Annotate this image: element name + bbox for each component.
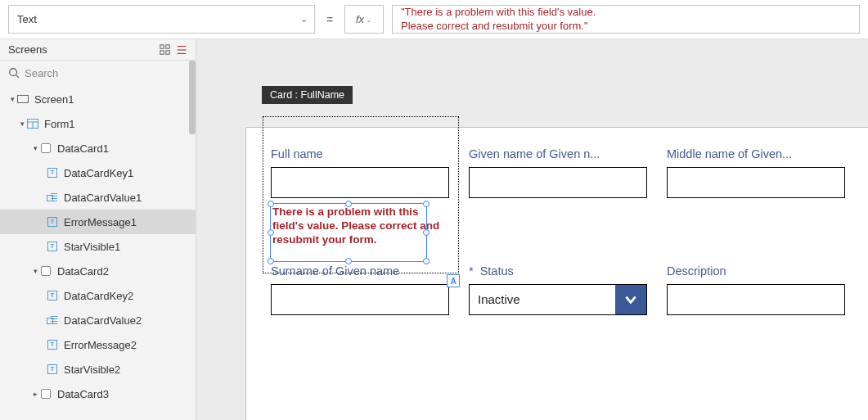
tree-item-datacardvalue1[interactable]: DataCardValue1 bbox=[0, 185, 196, 210]
label-status: *Status bbox=[469, 264, 647, 278]
search-icon bbox=[8, 67, 20, 79]
label-surname: Surname of Given name bbox=[271, 264, 449, 278]
datacard-given[interactable]: Given name of Given n... bbox=[469, 147, 647, 248]
dropdown-button[interactable] bbox=[615, 285, 646, 314]
datacard-middle[interactable]: Middle name of Given... bbox=[667, 147, 845, 248]
tree-view: ▾Screen1 ▾Form1 ▾DataCard1 TDataCardKey1… bbox=[0, 85, 196, 420]
input-given[interactable] bbox=[469, 167, 647, 198]
select-status[interactable]: Inactive bbox=[469, 284, 647, 315]
label-middle: Middle name of Given... bbox=[667, 147, 845, 160]
accessibility-badge[interactable]: A bbox=[447, 274, 460, 287]
fx-label: fx bbox=[356, 13, 364, 25]
tree-item-datacardkey1[interactable]: TDataCardKey1 bbox=[0, 160, 196, 185]
status-value: Inactive bbox=[470, 292, 615, 306]
tree-item-datacard3[interactable]: ▸DataCard3 bbox=[0, 382, 196, 406]
panel-title: Screens bbox=[8, 43, 47, 56]
formula-bar: Text ⌄ = fx ⌄ "There is a problem with t… bbox=[0, 0, 868, 39]
chevron-down-icon: ⌄ bbox=[366, 16, 372, 24]
text-icon: T bbox=[47, 364, 57, 374]
svg-rect-2 bbox=[160, 50, 164, 53]
label-fullname: Full name bbox=[271, 147, 449, 160]
property-dropdown[interactable]: Text ⌄ bbox=[8, 5, 315, 34]
tree-item-starvisible1[interactable]: TStarVisible1 bbox=[0, 234, 196, 259]
artboard[interactable]: Full name There is a problem with this f… bbox=[245, 127, 868, 420]
required-star: * bbox=[469, 264, 474, 278]
input-fullname[interactable] bbox=[271, 167, 449, 198]
text-icon: T bbox=[47, 291, 57, 300]
formula-text: "There is a problem with this field's va… bbox=[401, 6, 596, 34]
property-name: Text bbox=[17, 13, 37, 25]
search-placeholder: Search bbox=[25, 67, 58, 79]
datacard-fullname[interactable]: Full name There is a problem with this f… bbox=[271, 147, 449, 248]
tree-item-errormessage1[interactable]: TErrorMessage1 bbox=[0, 210, 196, 234]
value-icon bbox=[47, 316, 58, 324]
grid-view-icon[interactable] bbox=[160, 44, 171, 56]
form1: Full name There is a problem with this f… bbox=[246, 128, 868, 335]
tree-item-screen1[interactable]: ▾Screen1 bbox=[0, 87, 196, 111]
input-surname[interactable] bbox=[271, 284, 449, 315]
formula-input[interactable]: "There is a problem with this field's va… bbox=[392, 5, 860, 34]
card-icon bbox=[41, 266, 51, 276]
chevron-down-icon: ⌄ bbox=[300, 14, 308, 25]
screen-icon bbox=[17, 95, 29, 103]
screens-panel: Screens Search ▾Screen1 ▾Form1 ▾DataCard… bbox=[0, 39, 196, 420]
svg-point-7 bbox=[10, 69, 17, 76]
text-icon: T bbox=[47, 217, 57, 227]
svg-rect-0 bbox=[160, 44, 164, 47]
form-icon bbox=[26, 117, 39, 130]
scrollbar[interactable] bbox=[189, 61, 196, 134]
search-input[interactable]: Search bbox=[0, 61, 196, 85]
tree-item-datacardkey2[interactable]: TDataCardKey2 bbox=[0, 283, 196, 308]
tree-item-starvisible2[interactable]: TStarVisible2 bbox=[0, 357, 196, 382]
fx-button[interactable]: fx ⌄ bbox=[344, 5, 384, 34]
label-description: Description bbox=[667, 264, 845, 278]
panel-header: Screens bbox=[0, 39, 196, 61]
card-icon bbox=[41, 143, 51, 153]
svg-line-8 bbox=[16, 75, 20, 79]
tree-item-datacard1[interactable]: ▾DataCard1 bbox=[0, 136, 196, 160]
equals-sign: = bbox=[323, 5, 336, 34]
datacard-description[interactable]: Description bbox=[667, 264, 845, 315]
text-icon: T bbox=[47, 242, 57, 251]
canvas[interactable]: Card : FullName Full name There is a pro… bbox=[196, 39, 868, 420]
tree-item-datacard2[interactable]: ▾DataCard2 bbox=[0, 259, 196, 283]
value-icon bbox=[47, 193, 58, 201]
text-icon: T bbox=[47, 168, 57, 178]
tree-item-errormessage2[interactable]: TErrorMessage2 bbox=[0, 332, 196, 357]
tree-item-datacardvalue2[interactable]: DataCardValue2 bbox=[0, 308, 196, 332]
datacard-surname[interactable]: Surname of Given name bbox=[271, 264, 449, 315]
datacard-status[interactable]: *Status Inactive bbox=[469, 264, 647, 315]
tree-item-form1[interactable]: ▾Form1 bbox=[0, 111, 196, 136]
svg-rect-1 bbox=[166, 44, 169, 47]
errormessage1[interactable]: There is a problem with this field's val… bbox=[271, 205, 449, 248]
svg-rect-3 bbox=[166, 50, 169, 53]
input-middle[interactable] bbox=[667, 167, 845, 198]
card-icon bbox=[41, 389, 51, 399]
selection-tag[interactable]: Card : FullName bbox=[262, 86, 353, 104]
text-icon: T bbox=[47, 340, 57, 350]
label-given: Given name of Given n... bbox=[469, 147, 647, 160]
input-description[interactable] bbox=[667, 284, 845, 315]
list-view-icon[interactable] bbox=[176, 44, 187, 56]
chevron-down-icon bbox=[623, 292, 638, 307]
